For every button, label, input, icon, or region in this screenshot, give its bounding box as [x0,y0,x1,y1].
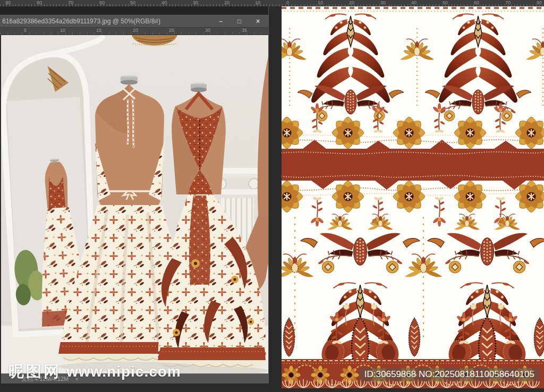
ruler-label: 20 [224,0,230,6]
ruler-label: 40 [162,0,167,6]
ruler-label: 35 [242,28,247,33]
document-window: 616a829386ed3354a26db9111973.jpg @ 50%(R… [0,6,269,384]
pattern-register-band [282,103,544,227]
ruler-label: 90 [5,0,11,6]
ruler-label: 30 [193,0,198,6]
textile-pattern [282,6,544,388]
ruler-label: 25 [169,28,174,33]
ruler-label: 30 [205,28,210,33]
document-titlebar[interactable]: 616a829386ed3354a26db9111973.jpg @ 50%(R… [0,15,268,28]
ruler-label: 10 [60,28,65,33]
boutique-photo [1,35,268,373]
ruler-label: 15 [96,28,101,33]
ruler-label: 50 [130,0,135,6]
ruler-label: 30 [380,0,386,6]
close-button[interactable]: × [249,15,267,27]
ruler-label: 10 [318,0,323,6]
ruler-label: 20 [349,0,354,6]
document-title: 616a829386ed3354a26db9111973.jpg @ 50%(R… [2,18,160,25]
ruler-label: 50 [443,0,448,6]
ruler-label: 0 [286,0,289,6]
document-statusbar: 文档:4.12M/4.12M ▸ [1,373,268,384]
status-menu-arrow-icon[interactable]: ▸ [76,376,79,381]
ruler-label: 80 [537,0,542,6]
image-id-overlay: ID:30659868 NO:20250818110058640105 [359,368,540,381]
ruler-label: 5 [24,28,27,33]
ruler-label: 10 [255,0,260,6]
ruler-label: 80 [37,0,42,6]
ruler-label: 20 [133,28,138,33]
minimize-button[interactable]: – [211,15,230,27]
document-size-indicator: 文档:4.12M/4.12M [21,375,69,383]
ruler-label: 70 [68,0,73,6]
ruler-label: 70 [505,0,511,6]
window-controls: – □ × [211,15,267,27]
pattern-register-top [282,8,544,121]
textile-pattern-preview: ID:30659868 NO:20250818110058640105 [282,6,544,388]
document-canvas[interactable] [1,35,268,373]
ruler-label: 60 [474,0,479,6]
window-top-gap [0,6,268,15]
pattern-register-palms [282,214,544,376]
maximize-button[interactable]: □ [230,15,249,27]
document-horizontal-ruler[interactable]: 5 10 15 20 25 30 35 [0,28,268,35]
image-id-text: ID:30659868 NO:20250818110058640105 [364,369,534,380]
ruler-label: 40 [411,0,416,6]
ruler-label: 60 [99,0,105,6]
